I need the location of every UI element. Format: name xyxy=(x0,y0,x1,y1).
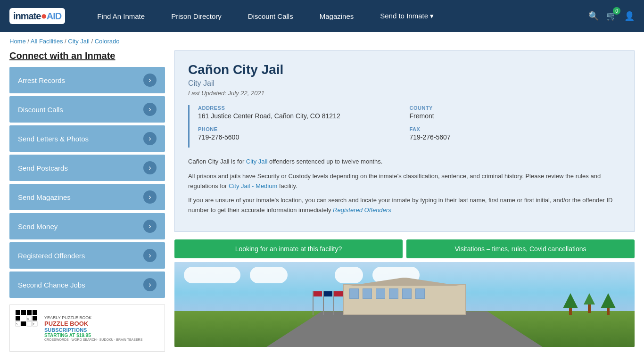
address-section: ADDRESS 161 Justice Center Road, Cañon C… xyxy=(198,105,410,120)
address-value: 161 Justice Center Road, Cañon City, CO … xyxy=(198,112,410,120)
county-label: COUNTY xyxy=(410,105,621,111)
cloud-2 xyxy=(250,267,288,283)
breadcrumb: Home / All Facilities / City Jail / Colo… xyxy=(0,32,644,50)
sidebar-item-arrest-records[interactable]: Arrest Records › xyxy=(9,67,165,93)
sidebar-item-second-chance-jobs[interactable]: Second Chance Jobs › xyxy=(9,272,165,298)
address-label: ADDRESS xyxy=(198,105,410,111)
promo-starting: STARTING AT $19.95 xyxy=(44,333,160,338)
flagpole-2 xyxy=(323,291,324,315)
arrow-icon: › xyxy=(143,220,157,233)
svg-text:1: 1 xyxy=(16,312,17,315)
registered-offenders-link[interactable]: Registered Offenders xyxy=(333,206,391,214)
svg-rect-6 xyxy=(21,321,26,326)
sidebar-item-send-magazines[interactable]: Send Magazines › xyxy=(9,184,165,210)
breadcrumb-state[interactable]: Colorado xyxy=(95,38,120,45)
arrow-icon: › xyxy=(143,103,157,116)
search-icon[interactable]: 🔍 xyxy=(588,11,599,21)
sidebar-item-label: Send Magazines xyxy=(18,193,71,201)
sidebar-item-send-postcards[interactable]: Send Postcards › xyxy=(9,155,165,181)
city-jail-medium-link[interactable]: City Jail - Medium xyxy=(229,182,277,189)
svg-text:2: 2 xyxy=(33,323,34,326)
promo-yearly: YEARLY PUZZLE BOOK xyxy=(44,315,160,320)
promo-subscriptions: SUBSCRIPTIONS xyxy=(44,327,160,333)
cart-icon[interactable]: 🛒 0 xyxy=(606,11,617,21)
phone-value: 719-276-5600 xyxy=(198,133,410,141)
nav-discount-calls[interactable]: Discount Calls xyxy=(235,0,306,32)
sidebar-item-send-letters[interactable]: Send Letters & Photos › xyxy=(9,125,165,152)
promo-banner[interactable]: 1 4 9 5 2 YEARLY PUZZLE BOOK PUZZLE BOOK… xyxy=(9,304,165,352)
arrow-icon: › xyxy=(143,132,157,145)
breadcrumb-sep3: / xyxy=(91,38,94,45)
sidebar-item-discount-calls[interactable]: Discount Calls › xyxy=(9,96,165,123)
city-jail-link-1[interactable]: City Jail xyxy=(246,158,268,165)
cloud-1 xyxy=(184,267,240,283)
sidebar-item-label: Registered Offenders xyxy=(18,252,85,260)
tree-top-2 xyxy=(584,293,595,304)
phone-section: PHONE 719-276-5600 xyxy=(198,126,410,141)
sidebar-item-send-money[interactable]: Send Money › xyxy=(9,213,165,239)
facility-desc-3: If you are unsure of your inmate's locat… xyxy=(188,196,621,215)
svg-rect-4 xyxy=(27,310,32,315)
breadcrumb-city-jail[interactable]: City Jail xyxy=(68,38,90,45)
promo-types: CROSSWORDS · WORD SEARCH · SUDOKU · BRAI… xyxy=(44,338,160,341)
window-2 xyxy=(363,288,372,299)
sidebar-item-label: Arrest Records xyxy=(18,76,65,84)
info-grid: ADDRESS 161 Justice Center Road, Cañon C… xyxy=(188,105,621,148)
breadcrumb-home[interactable]: Home xyxy=(9,38,26,45)
tree-trunk-1 xyxy=(569,308,572,315)
svg-rect-10 xyxy=(27,321,32,326)
sidebar-item-label: Send Postcards xyxy=(18,164,68,172)
flag-2 xyxy=(324,291,332,296)
find-inmate-button[interactable]: Looking for an inmate at this facility? xyxy=(174,239,403,258)
sidebar-title: Connect with an Inmate xyxy=(9,50,165,61)
arrow-icon: › xyxy=(143,161,157,174)
promo-puzzle-book: PUZZLE BOOK xyxy=(44,320,160,327)
svg-rect-3 xyxy=(16,316,20,321)
facility-desc-2: All prisons and jails have Security or C… xyxy=(188,172,621,191)
svg-rect-7 xyxy=(33,316,37,321)
flagpole-1 xyxy=(313,291,314,315)
window-1 xyxy=(349,288,359,299)
nav-find-inmate[interactable]: Find An Inmate xyxy=(84,0,158,32)
facility-building xyxy=(343,284,466,315)
logo-inmate: inmate xyxy=(13,11,41,21)
flag-3 xyxy=(334,291,343,296)
facility-photo xyxy=(174,262,635,347)
flagpole-3 xyxy=(333,291,334,315)
breadcrumb-all-facilities[interactable]: All Facilities xyxy=(31,38,63,45)
flag-1 xyxy=(314,291,322,296)
cloud-3 xyxy=(335,267,363,283)
fax-label: FAX xyxy=(410,126,621,132)
window-5 xyxy=(402,288,412,299)
sidebar-item-label: Send Letters & Photos xyxy=(18,135,89,143)
logo-aid: AID xyxy=(47,11,61,21)
tree-trunk-3 xyxy=(607,308,610,315)
sidebar-item-label: Send Money xyxy=(18,222,58,230)
svg-rect-5 xyxy=(33,310,37,315)
visitations-button[interactable]: Visitations – times, rules, Covid cancel… xyxy=(406,239,635,258)
logo-text: inmate●AID xyxy=(13,10,61,22)
logo[interactable]: inmate●AID xyxy=(9,8,65,24)
facility-card: Cañon City Jail City Jail Last Updated: … xyxy=(174,50,635,232)
arrow-icon: › xyxy=(143,249,157,262)
building-windows xyxy=(344,285,465,303)
nav-prison-directory[interactable]: Prison Directory xyxy=(158,0,235,32)
facility-type: City Jail xyxy=(188,79,621,88)
logo-dot: ● xyxy=(41,10,46,22)
sidebar-item-registered-offenders[interactable]: Registered Offenders › xyxy=(9,242,165,269)
sidebar-item-label: Second Chance Jobs xyxy=(18,281,85,289)
tree-1 xyxy=(563,293,578,315)
promo-content: 1 4 9 5 2 YEARLY PUZZLE BOOK PUZZLE BOOK… xyxy=(15,309,160,347)
county-value: Fremont xyxy=(410,112,621,120)
nav-icons: 🔍 🛒 0 👤 xyxy=(588,11,635,21)
nav-send-to-inmate[interactable]: Send to Inmate ▾ xyxy=(367,0,447,32)
arrow-icon: › xyxy=(143,190,157,204)
main-container: Connect with an Inmate Arrest Records › … xyxy=(0,50,644,352)
nav-magazines[interactable]: Magazines xyxy=(306,0,367,32)
window-6 xyxy=(415,288,425,299)
user-icon[interactable]: 👤 xyxy=(624,11,635,21)
facility-desc-1: Cañon City Jail is for City Jail offende… xyxy=(188,157,621,167)
window-3 xyxy=(376,288,385,299)
puzzle-grid-icon: 1 4 9 5 2 xyxy=(15,309,41,347)
facility-flags xyxy=(313,291,334,315)
